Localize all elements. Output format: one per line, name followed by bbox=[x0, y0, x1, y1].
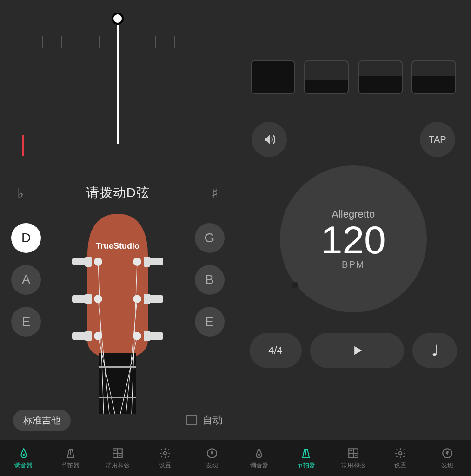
string-g-button[interactable]: G bbox=[195, 223, 225, 253]
nav-label: 调音器 bbox=[250, 461, 268, 469]
nav-chords[interactable]: 常用和弦 bbox=[94, 440, 141, 476]
svg-point-27 bbox=[114, 450, 116, 451]
string-e-low-button[interactable]: E bbox=[11, 307, 41, 337]
nav-discover[interactable]: 发现 bbox=[424, 440, 471, 476]
svg-point-32 bbox=[350, 450, 352, 451]
dial-marker bbox=[292, 282, 298, 288]
chords-icon bbox=[347, 446, 359, 460]
svg-rect-8 bbox=[148, 295, 163, 303]
nav-settings[interactable]: 设置 bbox=[141, 440, 188, 476]
auto-label: 自动 bbox=[202, 413, 223, 427]
sharp-button[interactable]: ♯ bbox=[206, 185, 224, 201]
nav-label: 常用和弦 bbox=[341, 461, 365, 469]
nav-metronome[interactable]: 节拍器 bbox=[283, 440, 330, 476]
svg-point-29 bbox=[163, 452, 166, 455]
nav-label: 调音器 bbox=[14, 461, 33, 469]
metronome-icon bbox=[300, 446, 312, 460]
settings-icon bbox=[159, 446, 171, 460]
svg-rect-5 bbox=[85, 331, 92, 341]
guitar-headstock: D A E G B E TrueStudio bbox=[0, 209, 236, 409]
brand-label: TrueStudio bbox=[96, 241, 139, 251]
checkbox-icon bbox=[186, 415, 197, 425]
auto-toggle[interactable]: 自动 bbox=[186, 413, 223, 427]
string-a-button[interactable]: A bbox=[11, 265, 41, 295]
svg-rect-6 bbox=[148, 258, 163, 265]
svg-point-31 bbox=[258, 454, 260, 456]
svg-rect-10 bbox=[148, 332, 163, 340]
nav-label: 设置 bbox=[394, 461, 406, 469]
tuning-instruction: 请拨动D弦 bbox=[86, 184, 150, 202]
speaker-icon bbox=[262, 132, 276, 146]
svg-point-33 bbox=[355, 455, 357, 456]
svg-rect-1 bbox=[85, 257, 92, 267]
svg-rect-2 bbox=[72, 295, 87, 303]
svg-point-28 bbox=[119, 455, 121, 456]
svg-rect-7 bbox=[144, 257, 150, 267]
beat-3[interactable] bbox=[358, 60, 403, 94]
settings-icon bbox=[394, 446, 406, 460]
time-signature-button[interactable]: 4/4 bbox=[250, 333, 302, 368]
nav-label: 设置 bbox=[159, 461, 171, 469]
nav-settings[interactable]: 设置 bbox=[377, 440, 424, 476]
nav-metronome[interactable]: 节拍器 bbox=[47, 440, 94, 476]
note-value-button[interactable]: ♩ bbox=[412, 333, 457, 368]
beat-1[interactable] bbox=[251, 60, 295, 94]
svg-point-34 bbox=[399, 452, 402, 455]
string-d-button[interactable]: D bbox=[11, 223, 41, 253]
nav-label: 发现 bbox=[441, 461, 453, 469]
beat-4[interactable] bbox=[411, 60, 456, 94]
tuning-preset-button[interactable]: 标准吉他 bbox=[13, 410, 71, 431]
svg-rect-0 bbox=[72, 258, 87, 265]
bpm-dial[interactable]: Allegretto 120 BPM bbox=[280, 165, 427, 312]
discover-icon bbox=[441, 446, 453, 460]
tuner-icon bbox=[253, 446, 265, 460]
nav-chords[interactable]: 常用和弦 bbox=[330, 440, 377, 476]
svg-rect-4 bbox=[72, 332, 87, 340]
nav-label: 节拍器 bbox=[297, 461, 315, 469]
nav-tuner[interactable]: 调音器 bbox=[236, 440, 283, 476]
bottom-nav-left: 调音器 节拍器 常用和弦 设置 发现 bbox=[0, 440, 236, 476]
metronome-icon bbox=[65, 446, 76, 460]
tuning-needle bbox=[117, 19, 119, 144]
nav-discover[interactable]: 发现 bbox=[188, 440, 235, 476]
nav-label: 常用和弦 bbox=[106, 461, 130, 469]
tuner-icon bbox=[18, 446, 30, 460]
svg-point-26 bbox=[22, 454, 24, 456]
chords-icon bbox=[112, 446, 124, 460]
svg-rect-3 bbox=[85, 294, 92, 304]
svg-rect-11 bbox=[144, 331, 150, 341]
tuning-meter bbox=[0, 0, 236, 177]
metronome-screen: TAP Allegretto 120 BPM 4/4 ♩ 调音器 节拍器 常用和… bbox=[236, 0, 471, 476]
play-button[interactable] bbox=[310, 333, 405, 368]
beat-indicator-row bbox=[236, 0, 471, 94]
tuner-screen: ♭ 请拨动D弦 ♯ D A E G B E TrueStudio bbox=[0, 0, 236, 476]
string-b-button[interactable]: B bbox=[195, 265, 225, 295]
flat-button[interactable]: ♭ bbox=[11, 185, 30, 201]
nav-label: 发现 bbox=[206, 461, 218, 469]
tap-button[interactable]: TAP bbox=[420, 122, 455, 157]
beat-2[interactable] bbox=[304, 60, 349, 94]
string-e-high-button[interactable]: E bbox=[195, 307, 225, 337]
headstock-icon: TrueStudio bbox=[66, 214, 169, 414]
nav-tuner[interactable]: 调音器 bbox=[0, 440, 47, 476]
discover-icon bbox=[206, 446, 218, 460]
bottom-nav-right: 调音器 节拍器 常用和弦 设置 发现 bbox=[236, 440, 471, 476]
sound-button[interactable] bbox=[252, 122, 287, 157]
play-icon bbox=[351, 344, 364, 357]
nav-label: 节拍器 bbox=[61, 461, 80, 469]
pitch-marker bbox=[22, 135, 24, 156]
bpm-unit: BPM bbox=[342, 259, 365, 270]
bpm-value: 120 bbox=[321, 220, 386, 259]
svg-rect-9 bbox=[144, 294, 150, 304]
